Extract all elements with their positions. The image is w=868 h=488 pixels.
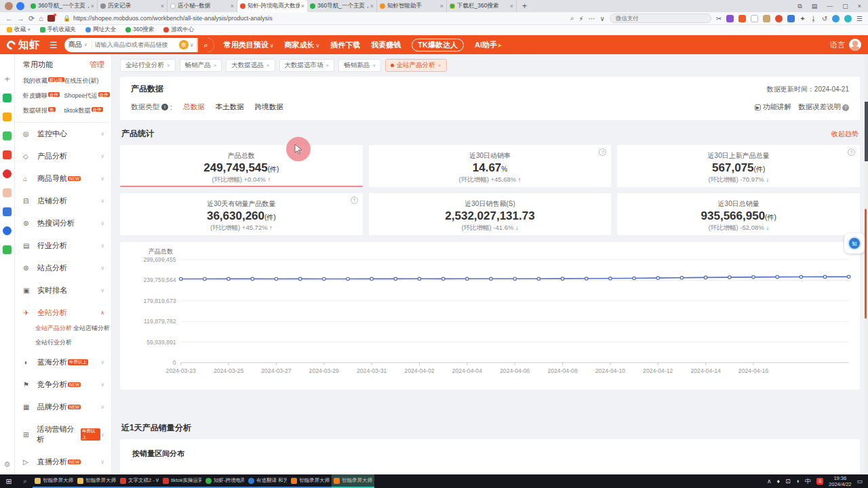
close-icon[interactable]: ×: [167, 62, 170, 68]
dock-app-icon[interactable]: [3, 150, 12, 159]
network-icon[interactable]: ⊡: [785, 478, 791, 485]
data-error-link[interactable]: 数据误差说明?: [798, 102, 849, 112]
browser-tab[interactable]: 下载栏_360搜索×: [447, 0, 517, 12]
search-button[interactable]: ⌕: [197, 38, 214, 52]
sidebar-item-monitor[interactable]: ◎监控中心∨: [15, 123, 111, 145]
taskbar-search-icon[interactable]: ⌕: [18, 477, 33, 485]
bookmark-sites[interactable]: 网址大全: [85, 26, 116, 34]
bookmark-games[interactable]: 游戏中心: [163, 26, 194, 34]
download-icon[interactable]: ⭳: [810, 15, 817, 22]
sidebar-subitem-allsite-industry[interactable]: 全站行业分析: [35, 338, 73, 347]
menu-icon[interactable]: ☰: [856, 15, 863, 22]
chevron-down-icon[interactable]: ∨: [190, 42, 194, 48]
info-icon[interactable]: ?: [351, 197, 358, 204]
dock-doc-icon[interactable]: [3, 207, 12, 216]
nav-merchant-growth[interactable]: 商家成长∨: [285, 40, 320, 50]
browser-tab[interactable]: 店小秘--数据×: [167, 0, 237, 12]
home-icon[interactable]: ⌂: [39, 14, 43, 22]
feature-guide-link[interactable]: ▶ 功能讲解: [755, 102, 791, 112]
new-tab-button[interactable]: +: [517, 1, 532, 11]
stat-card-products-with-sales[interactable]: ? 近30天有销量产品数量 36,630,260(件) (环比增幅) +45.7…: [120, 193, 363, 235]
extension-icon[interactable]: [751, 15, 758, 22]
sidebar-item-allsite-analysis[interactable]: ✈全站分析∧: [15, 302, 111, 324]
browser-tab[interactable]: 360导航_一个主页，整个世界×: [28, 0, 98, 12]
browser-logo-icon[interactable]: [16, 2, 24, 10]
workbench-tab[interactable]: 畅销新品×: [338, 59, 381, 72]
data-type-option-local[interactable]: 本土数据: [215, 102, 243, 112]
close-icon[interactable]: ×: [372, 62, 376, 68]
sidebar-item-product-analysis[interactable]: ◇产品分析∨: [15, 145, 111, 167]
close-icon[interactable]: ×: [301, 3, 304, 9]
collapse-trend-link[interactable]: 收起趋势: [831, 129, 859, 139]
nav-plugin-download[interactable]: 插件下载: [330, 40, 360, 50]
ime-indicator[interactable]: 中: [805, 477, 811, 486]
sidebar-item-campaign-analysis[interactable]: ⊞活动营销分析年费以上∨: [15, 418, 111, 451]
browser-tab-active[interactable]: 知虾-跨境电商大数据分析平...×: [237, 0, 307, 12]
forward-icon[interactable]: →: [17, 14, 24, 22]
data-type-option-total[interactable]: 总数据: [183, 102, 205, 112]
taskbar-app[interactable]: 文字文稿2 - WPS ...: [118, 474, 161, 488]
collapse-sidebar-icon[interactable]: ☰: [50, 40, 58, 50]
sync-icon[interactable]: [844, 15, 852, 22]
dock-hand-icon[interactable]: [3, 188, 12, 197]
sidebar-item-industry-analysis[interactable]: ▤行业分析∨: [15, 235, 111, 257]
camera-extension-icon[interactable]: [763, 15, 770, 22]
nav-earn-money[interactable]: 我要赚钱: [371, 40, 401, 50]
sidebar-item-brand-analysis[interactable]: ▦品牌分析NEW∨: [15, 396, 111, 418]
sidebar-item-goods-nav[interactable]: ⌂商品导航NEW∨: [15, 167, 111, 190]
close-icon[interactable]: ×: [267, 62, 270, 68]
quick-search-input[interactable]: [610, 14, 711, 23]
dock-chat-icon[interactable]: [3, 169, 12, 178]
start-button[interactable]: ⊞: [0, 477, 18, 486]
quick-link[interactable]: 虾皮赚聊合作: [23, 92, 64, 100]
tray-expand-icon[interactable]: ∧: [767, 478, 772, 485]
taskbar-app[interactable]: 智能录屏大师: [33, 474, 75, 488]
maximize-button[interactable]: ▢: [842, 3, 848, 9]
sidebar-subitem-allsite-shop[interactable]: 全站店铺分析: [73, 324, 111, 333]
quick-link[interactable]: 在线压价(新): [64, 77, 110, 85]
dock-translate-icon[interactable]: [3, 226, 12, 235]
sidebar-item-realtime-rank[interactable]: ▣实时排名∨: [15, 279, 111, 302]
data-type-option-crossborder[interactable]: 跨境数据: [254, 102, 283, 112]
member-icon[interactable]: [832, 15, 840, 22]
dock-scissors-icon[interactable]: [3, 245, 12, 254]
minimize-button[interactable]: —: [827, 3, 833, 9]
manage-link[interactable]: 管理: [90, 60, 104, 70]
app-logo[interactable]: 知虾: [7, 39, 40, 52]
refresh-icon[interactable]: ⟳: [28, 14, 35, 23]
taskbar-app[interactable]: 智能录屏大师: [289, 474, 332, 488]
zoom-icon[interactable]: ⌕: [570, 14, 574, 22]
close-icon[interactable]: ×: [510, 3, 513, 9]
close-icon[interactable]: ×: [214, 62, 217, 68]
browser-tab[interactable]: 知虾智能助手×: [377, 0, 447, 12]
country-select-icon[interactable]: 泰: [179, 40, 189, 49]
workbench-tab[interactable]: 畅销产品×: [180, 59, 222, 72]
info-icon[interactable]: ?: [848, 148, 855, 156]
extension-icon[interactable]: [775, 15, 783, 22]
chevron-down-icon[interactable]: ∨: [600, 15, 605, 22]
search-category-select[interactable]: 商品∨: [64, 40, 92, 49]
quick-link[interactable]: 数据研报热: [23, 106, 64, 115]
back-icon[interactable]: ←: [5, 14, 13, 22]
more-icon[interactable]: ⋯: [589, 15, 595, 22]
stat-card-new-products[interactable]: ? 近30日上新产品总量 567,075(件) (环比增幅) -70.97% ↓: [617, 145, 860, 187]
nav-ai-assistant[interactable]: AI助手➤: [475, 40, 502, 50]
taskbar-app[interactable]: 智能录屏大师: [75, 474, 118, 488]
briefcase-icon[interactable]: [47, 15, 55, 22]
dock-star-icon[interactable]: [3, 113, 12, 121]
workbench-tab[interactable]: 大数据选市场×: [279, 59, 335, 72]
sidebar-item-live-analysis[interactable]: ▷直播分析NEW∨: [15, 451, 111, 473]
close-icon[interactable]: ×: [231, 3, 234, 9]
floating-assistant-widget[interactable]: 知: [844, 233, 865, 253]
close-button[interactable]: ×: [858, 3, 861, 9]
taskbar-app-active[interactable]: 智能录屏大师: [332, 474, 374, 488]
workbench-tab[interactable]: 大数据选品×: [226, 59, 275, 72]
bookmark-phone[interactable]: 手机收藏夹: [40, 26, 77, 34]
scrollbar-thumb[interactable]: [865, 102, 868, 161]
close-icon[interactable]: ×: [326, 62, 330, 68]
stat-card-sales-amount[interactable]: 近30日销售额(S) 2,532,027,131.73 (环比增幅) -41.6…: [369, 193, 612, 235]
search-input[interactable]: [92, 41, 179, 48]
dock-add-icon[interactable]: +: [3, 75, 12, 83]
plugins-icon[interactable]: ✦: [800, 15, 805, 22]
stat-card-sellthrough-rate[interactable]: ? 近30日动销率 14.67% (环比增幅) +45.68% ↑: [369, 145, 612, 187]
